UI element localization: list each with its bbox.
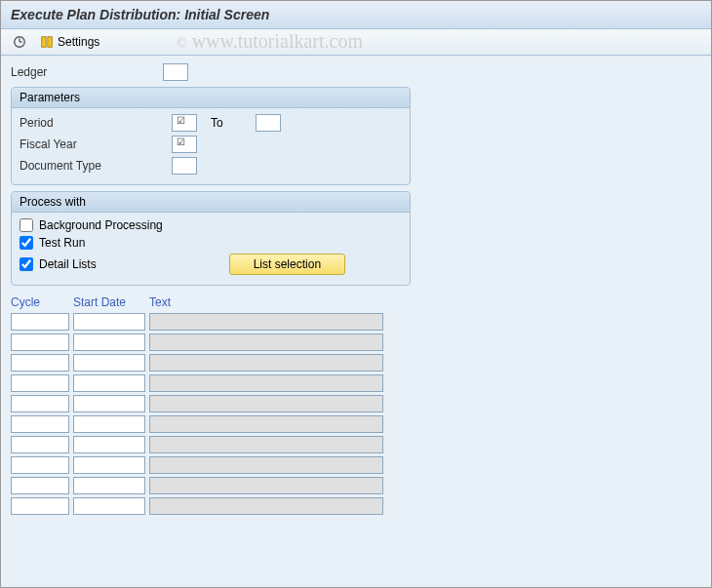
cycle-input[interactable]	[11, 456, 69, 474]
toolbar: Settings	[1, 29, 711, 56]
settings-icon	[40, 35, 54, 49]
start-date-input[interactable]	[73, 436, 145, 453]
process-with-title: Process with	[12, 192, 410, 213]
cycle-input[interactable]	[11, 374, 69, 392]
document-type-label: Document Type	[20, 159, 166, 173]
svg-rect-4	[48, 37, 52, 48]
period-input[interactable]	[172, 114, 197, 132]
content-area: Ledger Parameters Period ☑ To Fiscal Yea…	[1, 56, 711, 588]
table-row	[11, 436, 401, 453]
cycle-input[interactable]	[11, 497, 69, 515]
fiscal-year-label: Fiscal Year	[20, 137, 166, 151]
text-input[interactable]	[149, 333, 383, 351]
page-title: Execute Plan Distribution: Initial Scree…	[1, 1, 711, 29]
settings-button[interactable]: Settings	[36, 33, 103, 51]
detail-lists-checkbox[interactable]	[20, 257, 33, 271]
table-row	[11, 415, 401, 433]
cycle-input[interactable]	[11, 313, 69, 331]
document-type-input[interactable]	[172, 157, 197, 175]
detail-lists-row: Detail Lists List selection	[20, 254, 402, 275]
detail-lists-label: Detail Lists	[39, 257, 97, 271]
start-date-input[interactable]	[73, 497, 145, 515]
ledger-row: Ledger	[11, 63, 701, 81]
table-row	[11, 477, 401, 494]
start-date-input[interactable]	[73, 395, 145, 412]
ledger-label: Ledger	[11, 65, 157, 79]
background-processing-checkbox[interactable]	[20, 218, 33, 232]
parameters-group-title: Parameters	[12, 88, 410, 108]
text-input[interactable]	[149, 477, 383, 494]
start-date-input[interactable]	[73, 354, 145, 372]
start-date-input[interactable]	[73, 456, 145, 474]
ledger-input[interactable]	[163, 63, 188, 81]
clock-execute-icon	[13, 35, 26, 49]
table-header-row: Cycle Start Date Text	[11, 295, 401, 309]
fiscal-year-input[interactable]	[172, 136, 197, 153]
settings-label: Settings	[58, 35, 99, 49]
table-row	[11, 456, 401, 474]
test-run-row: Test Run	[20, 236, 402, 250]
text-input[interactable]	[149, 374, 383, 392]
cycle-input[interactable]	[11, 415, 69, 433]
text-input[interactable]	[149, 313, 383, 331]
start-date-input[interactable]	[73, 477, 145, 494]
cycle-input[interactable]	[11, 354, 69, 372]
table-row	[11, 354, 401, 372]
svg-rect-3	[42, 37, 46, 48]
period-row: Period ☑ To	[20, 114, 402, 132]
start-date-input[interactable]	[73, 313, 145, 331]
background-processing-label: Background Processing	[39, 218, 163, 232]
text-input[interactable]	[149, 395, 383, 412]
period-label: Period	[20, 116, 166, 130]
fiscal-year-row: Fiscal Year ☑	[20, 136, 402, 153]
parameters-group: Parameters Period ☑ To Fiscal Year ☑ Doc…	[11, 87, 411, 185]
start-date-input[interactable]	[73, 415, 145, 433]
cycle-input[interactable]	[11, 333, 69, 351]
background-processing-row: Background Processing	[20, 218, 402, 232]
cycle-input[interactable]	[11, 436, 69, 453]
cycle-table: Cycle Start Date Text	[11, 295, 401, 515]
to-label: To	[211, 116, 250, 130]
table-row	[11, 313, 401, 331]
process-with-group: Process with Background Processing Test …	[11, 191, 411, 286]
test-run-label: Test Run	[39, 236, 85, 250]
cycle-input[interactable]	[11, 477, 69, 494]
period-to-input[interactable]	[256, 114, 281, 132]
table-row	[11, 395, 401, 412]
col-header-cycle: Cycle	[11, 295, 69, 309]
table-row	[11, 374, 401, 392]
list-selection-button[interactable]: List selection	[229, 254, 345, 275]
text-input[interactable]	[149, 456, 383, 474]
test-run-checkbox[interactable]	[20, 236, 33, 250]
table-row	[11, 497, 401, 515]
cycle-input[interactable]	[11, 395, 69, 412]
table-row	[11, 333, 401, 351]
text-input[interactable]	[149, 436, 383, 453]
col-header-text: Text	[149, 295, 401, 309]
col-header-start-date: Start Date	[73, 295, 145, 309]
start-date-input[interactable]	[73, 333, 145, 351]
execute-button[interactable]	[9, 33, 30, 51]
text-input[interactable]	[149, 354, 383, 372]
text-input[interactable]	[149, 415, 383, 433]
document-type-row: Document Type	[20, 157, 402, 175]
text-input[interactable]	[149, 497, 383, 515]
start-date-input[interactable]	[73, 374, 145, 392]
